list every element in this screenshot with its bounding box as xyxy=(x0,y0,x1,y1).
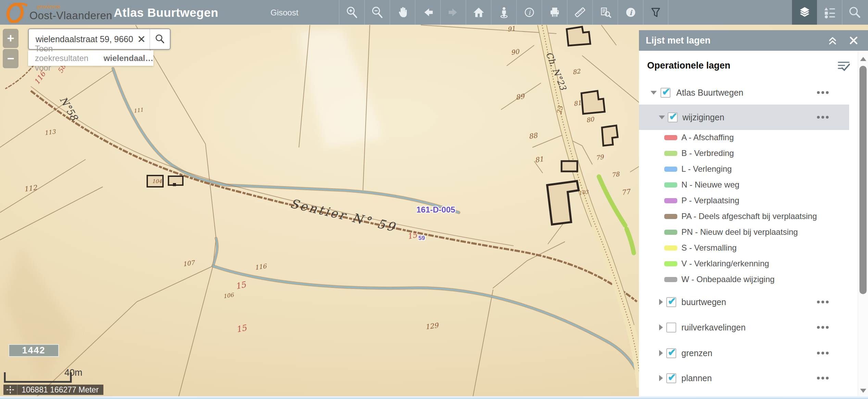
layer-row-wijzigingen[interactable]: wijzigingen xyxy=(639,105,849,130)
scale-bar-label: 40m xyxy=(64,367,83,378)
layer-panel-title: Lijst met lagen xyxy=(646,35,819,46)
previous-extent-icon xyxy=(422,6,435,19)
layer-menu-button[interactable] xyxy=(817,352,829,354)
layer-row-grenzen[interactable]: grenzen xyxy=(639,344,849,362)
map-zoom-control: + − xyxy=(3,29,18,69)
layer-checkbox[interactable] xyxy=(666,373,676,383)
bottom-edge-strip xyxy=(0,396,868,399)
map-zoom-in-button[interactable]: + xyxy=(3,29,18,48)
panel-toolbar xyxy=(792,0,867,25)
layer-menu-button[interactable] xyxy=(817,116,829,119)
legend-swatch xyxy=(664,230,677,235)
list-options-icon xyxy=(837,60,851,73)
legend-swatch xyxy=(664,277,677,282)
next-extent-icon xyxy=(447,6,460,19)
layer-checkbox[interactable] xyxy=(666,348,676,358)
page-title: Atlas Buurtwegen xyxy=(114,6,218,20)
map-zoom-out-button[interactable]: − xyxy=(3,49,18,68)
zoom-in-tool-button[interactable] xyxy=(339,0,364,25)
logo-swirl-icon xyxy=(5,2,27,23)
pan-hand-icon xyxy=(396,6,409,19)
layer-label: plannen xyxy=(681,373,712,383)
legend-label: PA - Deels afgeschaft bij verplaatsing xyxy=(681,211,817,221)
legend-swatch xyxy=(664,214,677,219)
expand-layer-icon[interactable] xyxy=(659,324,663,330)
logo-name-label: Oost-Vlaanderen xyxy=(29,10,112,21)
legend-label: W - Onbepaalde wijziging xyxy=(681,275,775,284)
layer-list-options-button[interactable] xyxy=(837,60,851,73)
print-button[interactable] xyxy=(542,0,567,25)
logo-provincie-label: provincie xyxy=(37,4,112,10)
home-extent-button[interactable] xyxy=(466,0,491,25)
about-info-button[interactable]: i xyxy=(516,0,542,25)
search-suggestion-item[interactable]: Toon zoekresultaten voor wielendaal… xyxy=(28,50,153,66)
measure-button[interactable] xyxy=(567,0,592,25)
measure-ruler-icon xyxy=(574,6,587,19)
legend-label: V - Verklaring/erkenning xyxy=(681,259,769,268)
app-subtitle: Gisoost xyxy=(271,8,298,17)
layer-row-atlas-buurtwegen[interactable]: Atlas Buurtwegen xyxy=(639,84,849,101)
zoom-out-tool-button[interactable] xyxy=(364,0,390,25)
layer-panel-body: Operationele lagen Atlas Buurtwegen wijz… xyxy=(639,51,868,399)
layer-menu-button[interactable] xyxy=(817,377,829,379)
crosshair-icon xyxy=(6,386,14,394)
layer-checkbox[interactable] xyxy=(666,323,676,332)
legend-item: L - Verlenging xyxy=(639,162,849,176)
attribute-search-button[interactable] xyxy=(592,0,618,25)
layer-list-panel: Lijst met lagen Operationele lagen Atlas… xyxy=(639,30,868,399)
layer-checkbox[interactable] xyxy=(668,112,678,122)
panel-scrollbar[interactable] xyxy=(858,51,868,399)
collapse-layer-icon[interactable] xyxy=(651,91,657,95)
search-submit-button[interactable] xyxy=(150,29,170,49)
collapse-panel-button[interactable] xyxy=(825,33,840,48)
street-view-button[interactable] xyxy=(491,0,516,25)
layer-row-buurtwegen[interactable]: buurtwegen xyxy=(639,293,849,311)
layers-icon xyxy=(798,6,811,19)
collapse-layer-icon[interactable] xyxy=(659,116,665,119)
layer-menu-button[interactable] xyxy=(817,301,829,303)
expand-layer-icon[interactable] xyxy=(659,350,663,356)
scrollbar-up-arrow[interactable] xyxy=(860,57,866,61)
layer-checkbox[interactable] xyxy=(661,88,670,98)
chevron-double-up-icon xyxy=(827,35,838,46)
scale-bar: 40m xyxy=(3,367,73,385)
scrollbar-thumb[interactable] xyxy=(859,66,867,294)
legend-swatch xyxy=(664,182,677,188)
legend-item: P - Verplaatsing xyxy=(639,194,849,207)
layer-label: ruilverkavelingen xyxy=(681,323,746,332)
layer-checkbox[interactable] xyxy=(666,297,676,307)
filter-button[interactable] xyxy=(643,0,668,25)
identify-info-icon: i xyxy=(624,6,637,19)
layer-menu-button[interactable] xyxy=(817,91,829,94)
expand-layer-icon[interactable] xyxy=(659,299,663,305)
layer-row-plannen[interactable]: plannen xyxy=(639,370,849,387)
filter-funnel-icon xyxy=(649,6,662,19)
legend-item: V - Verklaring/erkenning xyxy=(639,257,849,270)
close-icon xyxy=(849,36,858,45)
clear-search-icon[interactable]: ✕ xyxy=(133,29,150,49)
identify-info-button[interactable]: i xyxy=(618,0,643,25)
close-panel-button[interactable] xyxy=(846,33,861,48)
next-extent-button[interactable] xyxy=(440,0,466,25)
legend-icon xyxy=(823,6,836,19)
search-input[interactable] xyxy=(29,34,133,44)
layer-row-ruilverkavelingen[interactable]: ruilverkavelingen xyxy=(639,319,849,336)
legend-label: L - Verlenging xyxy=(681,164,732,174)
legend-item: S - Versmalling xyxy=(639,241,849,255)
expand-layer-icon[interactable] xyxy=(659,375,663,381)
scrollbar-down-arrow[interactable] xyxy=(860,389,866,393)
legend-label: A - Afschaffing xyxy=(681,133,734,142)
search-panel-button[interactable] xyxy=(842,0,867,25)
layer-label: buurtwegen xyxy=(681,297,726,307)
map-scale-badge: 1442 xyxy=(9,344,59,357)
pan-tool-button[interactable] xyxy=(390,0,415,25)
legend-panel-button[interactable] xyxy=(817,0,842,25)
layers-panel-button[interactable] xyxy=(792,0,817,25)
about-info-icon: i xyxy=(523,6,536,19)
previous-extent-button[interactable] xyxy=(415,0,440,25)
layer-menu-button[interactable] xyxy=(817,326,829,329)
home-icon xyxy=(472,6,485,19)
map-toolbar: i i xyxy=(339,0,668,25)
layer-label: wijzigingen xyxy=(682,112,724,122)
legend-item: B - Verbreding xyxy=(639,146,849,160)
